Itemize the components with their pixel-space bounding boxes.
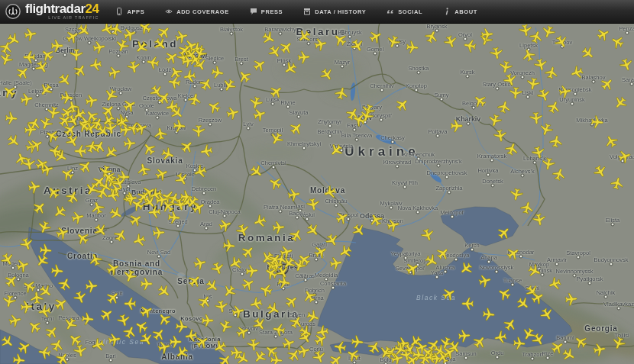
plane-icon[interactable]: [532, 213, 546, 227]
plane-icon[interactable]: [73, 344, 87, 358]
plane-icon[interactable]: [15, 258, 31, 273]
plane-icon[interactable]: [223, 239, 235, 252]
plane-icon[interactable]: [62, 316, 78, 332]
plane-icon[interactable]: [92, 222, 109, 239]
plane-icon[interactable]: [0, 333, 16, 350]
plane-icon[interactable]: [72, 62, 89, 79]
plane-icon[interactable]: [204, 278, 221, 295]
plane-icon[interactable]: [251, 349, 268, 364]
plane-icon[interactable]: [2, 295, 16, 308]
plane-icon[interactable]: [593, 343, 607, 356]
plane-icon[interactable]: [552, 166, 567, 182]
plane-icon[interactable]: [619, 57, 634, 72]
plane-icon[interactable]: [73, 290, 88, 305]
plane-icon[interactable]: [544, 66, 558, 80]
plane-icon[interactable]: [367, 28, 383, 44]
plane-icon[interactable]: [502, 316, 519, 333]
plane-icon[interactable]: [247, 339, 260, 351]
plane-icon[interactable]: [270, 353, 283, 364]
plane-icon[interactable]: [211, 66, 225, 79]
plane-icon[interactable]: [157, 340, 171, 354]
plane-icon[interactable]: [235, 324, 251, 340]
plane-icon[interactable]: [351, 335, 364, 348]
plane-icon[interactable]: [591, 115, 603, 128]
plane-icon[interactable]: [20, 92, 34, 106]
plane-icon[interactable]: [138, 331, 154, 347]
plane-icon[interactable]: [268, 130, 284, 147]
plane-icon[interactable]: [85, 94, 99, 108]
flightradar24-logo[interactable]: flightradar24 LIVE AIR TRAFFIC: [5, 3, 99, 20]
plane-icon[interactable]: [240, 275, 256, 292]
plane-icon[interactable]: [306, 198, 320, 211]
plane-icon[interactable]: [184, 329, 198, 343]
plane-icon[interactable]: [268, 83, 285, 100]
plane-icon[interactable]: [519, 24, 532, 37]
plane-icon[interactable]: [334, 86, 348, 101]
plane-icon[interactable]: [122, 27, 137, 42]
plane-icon[interactable]: [248, 163, 265, 180]
plane-icon[interactable]: [44, 324, 60, 340]
nav-about[interactable]: ABOUT: [443, 8, 477, 15]
plane-icon[interactable]: [542, 157, 555, 171]
plane-icon[interactable]: [258, 282, 273, 298]
plane-icon[interactable]: [504, 141, 519, 156]
nav-social[interactable]: SOCIAL: [387, 8, 422, 15]
plane-icon[interactable]: [513, 337, 526, 350]
plane-icon[interactable]: [148, 205, 160, 218]
plane-icon[interactable]: [76, 22, 92, 39]
flight-map[interactable]: GermanyPolandBelarusUkraineMoldovaRomani…: [0, 0, 634, 364]
plane-icon[interactable]: [252, 214, 267, 229]
plane-icon[interactable]: [569, 65, 584, 80]
plane-icon[interactable]: [549, 339, 566, 356]
plane-icon[interactable]: [496, 224, 513, 241]
plane-icon[interactable]: [610, 176, 624, 191]
plane-icon[interactable]: [306, 309, 321, 324]
plane-icon[interactable]: [100, 102, 117, 119]
plane-icon[interactable]: [251, 316, 268, 333]
plane-icon[interactable]: [173, 171, 189, 187]
plane-icon[interactable]: [252, 107, 267, 122]
plane-icon[interactable]: [260, 30, 277, 46]
plane-icon[interactable]: [86, 279, 98, 292]
plane-icon[interactable]: [558, 85, 572, 98]
plane-icon[interactable]: [533, 57, 548, 72]
plane-icon[interactable]: [112, 227, 128, 243]
plane-icon[interactable]: [187, 92, 202, 107]
plane-icon[interactable]: [141, 140, 157, 157]
plane-icon[interactable]: [1, 83, 18, 100]
plane-icon[interactable]: [3, 272, 20, 289]
plane-icon[interactable]: [235, 223, 251, 238]
plane-icon[interactable]: [37, 82, 54, 98]
nav-add-coverage[interactable]: ADD COVERAGE: [165, 8, 228, 15]
plane-icon[interactable]: [90, 200, 105, 215]
plane-icon[interactable]: [74, 230, 91, 246]
plane-icon[interactable]: [105, 261, 121, 277]
plane-icon[interactable]: [173, 344, 190, 361]
plane-icon[interactable]: [210, 261, 225, 276]
plane-icon[interactable]: [610, 34, 626, 50]
plane-icon[interactable]: [536, 88, 552, 103]
plane-icon[interactable]: [458, 329, 471, 342]
plane-icon[interactable]: [60, 166, 76, 182]
plane-icon[interactable]: [212, 339, 228, 355]
plane-icon[interactable]: [553, 34, 569, 50]
plane-icon[interactable]: [288, 227, 304, 243]
plane-icon[interactable]: [152, 36, 169, 53]
plane-icon[interactable]: [198, 76, 214, 92]
plane-icon[interactable]: [539, 306, 555, 322]
plane-icon[interactable]: [54, 350, 71, 364]
plane-icon[interactable]: [277, 275, 291, 289]
plane-icon[interactable]: [37, 346, 51, 359]
plane-icon[interactable]: [221, 77, 237, 93]
plane-icon[interactable]: [406, 40, 419, 53]
plane-icon[interactable]: [51, 264, 63, 277]
plane-icon[interactable]: [26, 318, 43, 335]
plane-icon[interactable]: [273, 221, 285, 234]
plane-icon[interactable]: [287, 188, 301, 201]
plane-icon[interactable]: [121, 97, 137, 113]
plane-icon[interactable]: [251, 56, 268, 73]
plane-icon[interactable]: [521, 47, 536, 63]
plane-icon[interactable]: [125, 298, 136, 310]
plane-icon[interactable]: [13, 353, 25, 364]
plane-icon[interactable]: [423, 29, 439, 44]
